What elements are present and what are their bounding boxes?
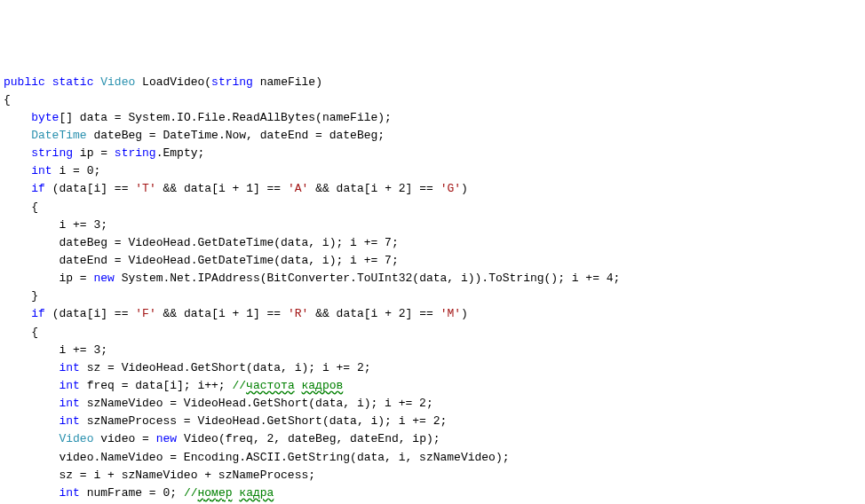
stmt-video-b: Video(freq, 2, dateBeg, dateEnd, ip); [184,432,440,445]
method-name: LoadVideo [142,75,204,89]
keyword-int: int [59,379,79,392]
stmt-video-a: video = [100,432,149,445]
cond-b: data[i + 1] == [184,182,281,195]
param: nameFile [260,75,315,89]
stmt-datebeg: dateBeg = VideoHead.GetDateTime(data, i)… [59,236,398,249]
stmt-numframe: numFrame = [87,486,156,500]
keyword-new: new [93,272,114,285]
cond-a: (data[i] == [52,307,129,320]
stmt-ip-a: ip = [59,272,86,285]
op-and: && [163,307,178,320]
stmt-inc3: i += 3; [59,343,107,357]
num-zero: 0 [87,164,94,177]
comment-prefix: // [232,379,246,392]
keyword-int: int [59,397,79,410]
op-and: && [315,182,329,195]
comment-word1: номер [198,486,233,500]
keyword-if: if [31,182,45,195]
char-g: 'G' [440,182,461,195]
string-empty: .Empty; [156,146,205,160]
char-m: 'M' [440,307,461,320]
stmt-sz: sz = VideoHead.GetShort(data, i); i += 2… [87,361,371,374]
keyword-public: public [4,75,45,89]
char-t: 'T' [135,182,155,195]
keyword-new: new [156,432,177,445]
comment-word2: кадра [239,486,274,500]
keyword-int: int [59,361,79,374]
var-ip: ip [80,146,94,160]
keyword-if: if [31,307,45,320]
type-datetime: DateTime [31,129,86,142]
keyword-static: static [52,75,94,89]
stmt-ip-b: System.Net.IPAddress(BitConverter.ToUInt… [122,272,621,285]
comment-word1: частота [246,379,295,392]
keyword-int: int [31,164,52,177]
expr-now: DateTime.Now [163,129,246,142]
cond-a: (data[i] == [52,182,129,195]
stmt-dateend: dateEnd = VideoHead.GetDateTime(data, i)… [59,254,398,267]
stmt-namevideo: video.NameVideo = Encoding.ASCII.GetStri… [59,451,509,464]
stmt-freq: freq = data[i]; i++; [87,379,226,392]
stmt-sznamevideo: szNameVideo = VideoHead.GetShort(data, i… [87,397,433,410]
comment-word2: кадров [302,379,344,392]
type-video: Video [59,432,93,445]
type-video: Video [100,75,135,89]
var-dateend: dateEnd [260,129,309,142]
char-r: 'R' [288,307,308,320]
cond-b: data[i + 1] == [184,307,281,320]
var-i: i [59,164,66,177]
stmt-sz2: sz = i + szNameVideo + szNameProcess; [59,469,315,482]
char-f: 'F' [135,307,155,320]
op-and: && [163,182,178,195]
keyword-string: string [211,75,253,89]
op-and: && [315,307,329,320]
char-a: 'A' [288,182,308,195]
expr: System.IO.File.ReadAllBytes(nameFile); [128,111,391,124]
keyword-string: string [115,146,156,160]
keyword-byte: byte [31,111,59,124]
keyword-string: string [31,146,73,160]
keyword-int: int [59,414,79,428]
cond-c: data[i + 2] == [337,182,433,195]
var-datebeg: dateBeg [93,129,142,142]
num-zero: 0 [163,486,170,500]
code-block: public static Video LoadVideo(string nam… [4,74,861,502]
var-data: data [80,111,107,124]
expr-assign: dateBeg; [329,129,385,142]
comment-prefix: // [184,486,198,500]
keyword-int: int [59,486,79,500]
cond-c: data[i + 2] == [337,307,433,320]
stmt-inc3: i += 3; [59,218,107,232]
stmt-sznameprocess: szNameProcess = VideoHead.GetShort(data,… [87,414,448,428]
